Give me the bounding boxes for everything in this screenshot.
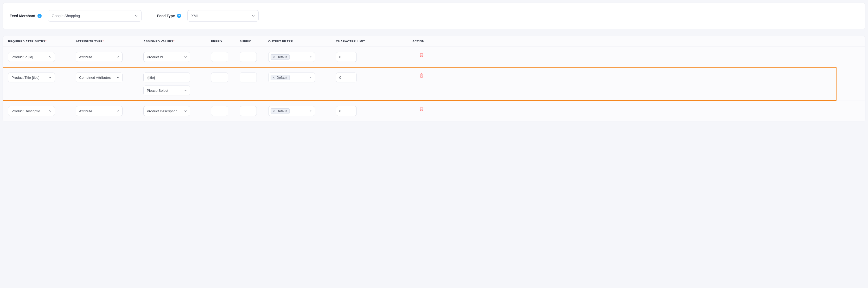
chevron-down-icon bbox=[116, 76, 120, 79]
feed-merchant-label: Feed Merchant ? bbox=[10, 14, 42, 18]
delete-row-button[interactable] bbox=[418, 106, 424, 112]
table-row: Product Id [id] Attribute Product Id bbox=[3, 47, 865, 67]
feed-type-select[interactable]: XML bbox=[187, 10, 259, 22]
assigned-value-select[interactable]: Please Select bbox=[143, 85, 190, 96]
prefix-input[interactable] bbox=[211, 106, 228, 116]
chevron-down-icon bbox=[309, 109, 312, 113]
svg-marker-2 bbox=[310, 111, 311, 112]
chevron-down-icon bbox=[49, 76, 52, 79]
assigned-value-select[interactable]: Product Id bbox=[143, 52, 190, 62]
character-limit-input[interactable] bbox=[336, 106, 357, 116]
tag-remove-icon[interactable]: × bbox=[272, 76, 276, 79]
tag-remove-icon[interactable]: × bbox=[272, 55, 276, 59]
output-filter-select[interactable]: × Default bbox=[268, 106, 315, 116]
tag-remove-icon[interactable]: × bbox=[272, 109, 276, 113]
output-filter-select[interactable]: × Default bbox=[268, 52, 315, 62]
output-filter-select[interactable]: × Default bbox=[268, 73, 315, 82]
delete-row-button[interactable] bbox=[418, 73, 424, 78]
help-icon[interactable]: ? bbox=[37, 14, 42, 18]
chevron-down-icon bbox=[184, 109, 187, 113]
filter-tag: × Default bbox=[271, 75, 289, 80]
attribute-type-select[interactable]: Attribute bbox=[76, 52, 123, 62]
chevron-down-icon bbox=[116, 55, 120, 59]
table-row: Product Description [des Attribute Produ… bbox=[3, 101, 865, 121]
character-limit-input[interactable] bbox=[336, 73, 357, 82]
character-limit-input[interactable] bbox=[336, 52, 357, 62]
svg-marker-0 bbox=[310, 57, 311, 58]
required-attribute-select[interactable]: Product Title [title] bbox=[8, 73, 55, 82]
suffix-input[interactable] bbox=[240, 52, 257, 62]
chevron-down-icon bbox=[252, 14, 255, 18]
highlight-outline bbox=[3, 67, 837, 101]
help-icon[interactable]: ? bbox=[177, 14, 181, 18]
chevron-down-icon bbox=[184, 55, 187, 59]
suffix-input[interactable] bbox=[240, 106, 257, 116]
attribute-type-select[interactable]: Combined Attributes bbox=[76, 73, 123, 82]
attributes-table: REQUIRED ATTRIBUTES* ATTRIBUTE TYPE* ASS… bbox=[3, 36, 865, 121]
prefix-input[interactable] bbox=[211, 73, 228, 82]
chevron-down-icon bbox=[49, 55, 52, 59]
feed-type-label: Feed Type ? bbox=[157, 14, 181, 18]
attribute-type-select[interactable]: Attribute bbox=[76, 106, 123, 116]
chevron-down-icon bbox=[309, 56, 312, 59]
chevron-down-icon bbox=[49, 109, 52, 113]
chevron-down-icon bbox=[116, 109, 120, 113]
assigned-value-input[interactable] bbox=[143, 73, 190, 82]
chevron-down-icon bbox=[309, 76, 312, 79]
filter-tag: × Default bbox=[271, 54, 289, 60]
chevron-down-icon bbox=[184, 88, 187, 92]
delete-row-button[interactable] bbox=[418, 52, 424, 58]
feed-merchant-select[interactable]: Google Shopping bbox=[48, 10, 142, 22]
chevron-down-icon bbox=[134, 14, 138, 18]
required-attribute-select[interactable]: Product Id [id] bbox=[8, 52, 55, 62]
required-attribute-select[interactable]: Product Description [des bbox=[8, 106, 55, 116]
table-row: Product Title [title] Combined Attribute… bbox=[3, 67, 865, 101]
prefix-input[interactable] bbox=[211, 52, 228, 62]
feed-settings-card: Feed Merchant ? Google Shopping Feed Typ… bbox=[3, 3, 865, 29]
svg-marker-1 bbox=[310, 77, 311, 78]
assigned-value-select[interactable]: Product Description bbox=[143, 106, 190, 116]
suffix-input[interactable] bbox=[240, 73, 257, 82]
table-header-row: REQUIRED ATTRIBUTES* ATTRIBUTE TYPE* ASS… bbox=[3, 36, 865, 47]
filter-tag: × Default bbox=[271, 108, 289, 114]
